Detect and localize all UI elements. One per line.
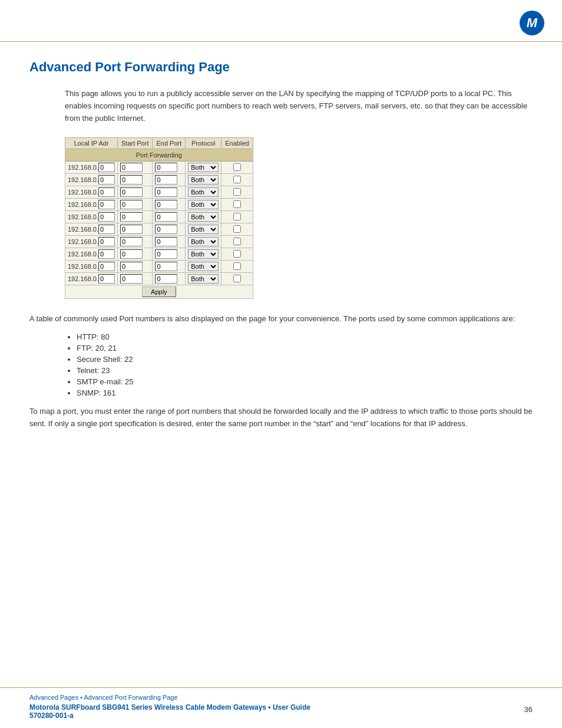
enabled-cell xyxy=(222,261,253,273)
end-port-input[interactable] xyxy=(155,163,177,172)
table-row: 192.168.0.BothTCPUDP xyxy=(65,162,253,174)
ip-cell: 192.168.0. xyxy=(65,211,118,223)
enabled-checkbox[interactable] xyxy=(233,200,241,208)
top-bar: M xyxy=(0,0,562,42)
list-item: Secure Shell: 22 xyxy=(77,355,533,364)
protocol-cell: BothTCPUDP xyxy=(186,162,222,174)
ip-prefix: 192.168.0. xyxy=(68,164,98,171)
protocol-select[interactable]: BothTCPUDP xyxy=(188,187,219,197)
ip-cell: 192.168.0. xyxy=(65,273,118,285)
protocol-select[interactable]: BothTCPUDP xyxy=(188,212,219,222)
ip-cell: 192.168.0. xyxy=(65,199,118,211)
enabled-checkbox[interactable] xyxy=(233,188,241,196)
enabled-cell xyxy=(222,186,253,199)
enabled-checkbox[interactable] xyxy=(233,176,241,183)
start-port-cell xyxy=(118,186,153,199)
start-port-cell xyxy=(118,223,153,236)
ip-suffix-input[interactable] xyxy=(98,200,115,209)
start-port-input[interactable] xyxy=(120,175,143,185)
ip-cell: 192.168.0. xyxy=(65,261,118,273)
enabled-checkbox[interactable] xyxy=(233,213,241,220)
table-wrapper: Port Forwarding Local IP Adr Start Port … xyxy=(65,137,533,299)
end-port-cell xyxy=(153,261,186,273)
ip-suffix-input[interactable] xyxy=(98,274,115,284)
ip-suffix-input[interactable] xyxy=(98,249,115,259)
end-port-cell xyxy=(153,186,186,199)
start-port-input[interactable] xyxy=(120,274,143,284)
footer-page-number: 36 xyxy=(524,705,533,714)
end-port-cell xyxy=(153,211,186,223)
logo-letter: M xyxy=(527,15,537,31)
list-item: SMTP e-mail: 25 xyxy=(77,377,533,386)
end-port-input[interactable] xyxy=(155,274,177,284)
page-footer: Advanced Pages • Advanced Port Forwardin… xyxy=(0,687,562,728)
start-port-input[interactable] xyxy=(120,249,143,259)
end-port-input[interactable] xyxy=(155,262,177,271)
start-port-cell xyxy=(118,261,153,273)
table-row: 192.168.0.BothTCPUDP xyxy=(65,273,253,285)
below-table-text: A table of commonly used Port numbers is… xyxy=(29,313,533,325)
end-port-cell xyxy=(153,223,186,236)
enabled-checkbox[interactable] xyxy=(233,225,241,233)
protocol-cell: BothTCPUDP xyxy=(186,199,222,211)
end-port-input[interactable] xyxy=(155,225,177,234)
start-port-input[interactable] xyxy=(120,225,143,234)
protocol-select[interactable]: BothTCPUDP xyxy=(188,163,219,172)
table-row: 192.168.0.BothTCPUDP xyxy=(65,261,253,273)
ip-prefix: 192.168.0. xyxy=(68,275,98,282)
end-port-input[interactable] xyxy=(155,249,177,259)
ip-prefix: 192.168.0. xyxy=(68,238,98,245)
protocol-select[interactable]: BothTCPUDP xyxy=(188,237,219,246)
start-port-cell xyxy=(118,273,153,285)
ip-suffix-input[interactable] xyxy=(98,225,115,234)
protocol-cell: BothTCPUDP xyxy=(186,223,222,236)
end-port-input[interactable] xyxy=(155,200,177,209)
footer-doc-title: Motorola SURFboard SBG941 Series Wireles… xyxy=(29,703,533,711)
start-port-cell xyxy=(118,174,153,186)
ip-suffix-input[interactable] xyxy=(98,163,115,172)
enabled-cell xyxy=(222,211,253,223)
end-port-input[interactable] xyxy=(155,187,177,197)
start-port-input[interactable] xyxy=(120,237,143,246)
ip-suffix-input[interactable] xyxy=(98,237,115,246)
ip-prefix: 192.168.0. xyxy=(68,251,98,258)
ip-suffix-input[interactable] xyxy=(98,262,115,271)
footer-note: To map a port, you must enter the range … xyxy=(29,406,533,430)
ip-prefix: 192.168.0. xyxy=(68,263,98,270)
enabled-checkbox[interactable] xyxy=(233,250,241,258)
col-header-end-port: End Port xyxy=(153,138,186,149)
protocol-select[interactable]: BothTCPUDP xyxy=(188,225,219,234)
start-port-input[interactable] xyxy=(120,200,143,209)
start-port-cell xyxy=(118,199,153,211)
col-header-start-port: Start Port xyxy=(118,138,153,149)
protocol-select[interactable]: BothTCPUDP xyxy=(188,249,219,259)
enabled-checkbox[interactable] xyxy=(233,163,241,171)
start-port-input[interactable] xyxy=(120,187,143,197)
protocol-select[interactable]: BothTCPUDP xyxy=(188,262,219,271)
apply-button[interactable]: Apply xyxy=(142,286,176,297)
start-port-input[interactable] xyxy=(120,262,143,271)
end-port-input[interactable] xyxy=(155,237,177,246)
protocol-select[interactable]: BothTCPUDP xyxy=(188,274,219,284)
ip-suffix-input[interactable] xyxy=(98,175,115,185)
ip-prefix: 192.168.0. xyxy=(68,213,98,220)
page-container: M Advanced Port Forwarding Page This pag… xyxy=(0,0,562,728)
end-port-input[interactable] xyxy=(155,212,177,222)
table-row: 192.168.0.BothTCPUDP xyxy=(65,211,253,223)
end-port-input[interactable] xyxy=(155,175,177,185)
start-port-input[interactable] xyxy=(120,212,143,222)
enabled-cell xyxy=(222,236,253,248)
enabled-checkbox[interactable] xyxy=(233,238,241,245)
enabled-checkbox[interactable] xyxy=(233,275,241,282)
protocol-select[interactable]: BothTCPUDP xyxy=(188,175,219,185)
end-port-cell xyxy=(153,248,186,261)
protocol-select[interactable]: BothTCPUDP xyxy=(188,200,219,209)
col-header-enabled: Enabled xyxy=(222,138,253,149)
enabled-cell xyxy=(222,248,253,261)
ip-suffix-input[interactable] xyxy=(98,212,115,222)
start-port-input[interactable] xyxy=(120,163,143,172)
enabled-cell xyxy=(222,162,253,174)
enabled-checkbox[interactable] xyxy=(233,262,241,270)
ip-suffix-input[interactable] xyxy=(98,187,115,197)
enabled-cell xyxy=(222,174,253,186)
